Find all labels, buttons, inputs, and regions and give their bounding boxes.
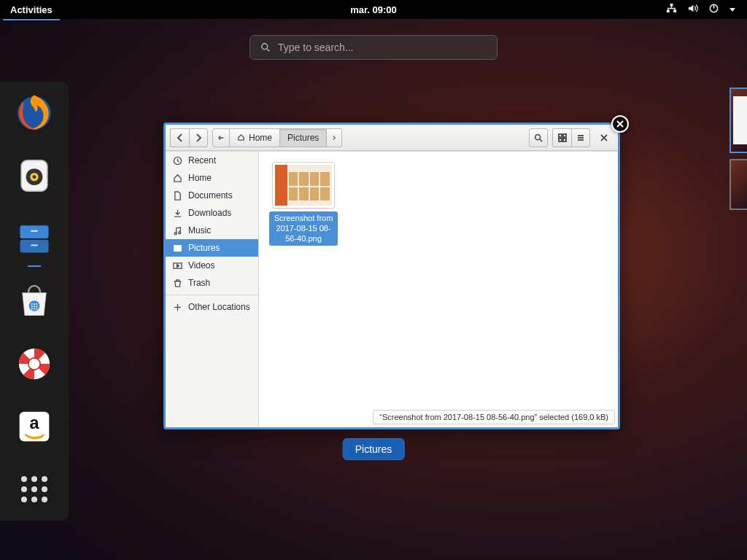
clock[interactable]: mar. 09:00 — [350, 4, 397, 15]
path-current-button[interactable]: Pictures — [280, 128, 327, 147]
svg-point-21 — [34, 306, 35, 307]
svg-point-41 — [179, 231, 181, 233]
svg-rect-1 — [673, 9, 676, 12]
path-home-label: Home — [249, 133, 272, 143]
sidebar-label: Recent — [188, 155, 216, 166]
svg-point-43 — [177, 246, 179, 249]
sidebar-label: Downloads — [188, 208, 231, 218]
workspace-switcher[interactable] — [729, 88, 747, 210]
chevron-down-icon[interactable] — [729, 8, 735, 12]
svg-point-11 — [33, 175, 36, 179]
svg-rect-0 — [667, 9, 670, 12]
workspace-thumb-2[interactable] — [729, 159, 747, 210]
path-home-button[interactable]: Home — [230, 128, 280, 147]
svg-point-27 — [28, 358, 40, 370]
svg-point-30 — [535, 134, 541, 139]
svg-point-23 — [31, 308, 33, 310]
app-amazon[interactable]: a — [13, 405, 55, 448]
svg-point-40 — [174, 232, 177, 234]
window-title-pill: Pictures — [343, 438, 405, 460]
lifebuoy-icon — [15, 345, 53, 383]
sidebar-label: Documents — [188, 190, 233, 201]
apps-grid-icon — [21, 476, 47, 502]
svg-point-19 — [36, 303, 37, 305]
file-item[interactable]: Screenshot from 2017-08-15 08-56-40.png — [269, 162, 338, 246]
files-window: Home Pictures Recent — [163, 122, 620, 429]
sidebar-label: Home — [188, 173, 212, 183]
dash: a — [0, 82, 69, 521]
svg-point-25 — [36, 308, 37, 310]
network-icon[interactable] — [666, 3, 677, 16]
svg-point-22 — [36, 306, 37, 307]
svg-rect-33 — [563, 134, 566, 137]
places-sidebar: Recent Home Documents Downloads Music Pi… — [166, 152, 259, 427]
svg-rect-15 — [31, 244, 38, 246]
activities-button[interactable]: Activities — [0, 0, 63, 19]
window-close-badge[interactable] — [611, 115, 629, 133]
svg-rect-32 — [559, 134, 562, 137]
system-tray[interactable] — [666, 3, 747, 16]
volume-icon[interactable] — [687, 3, 698, 16]
search-input[interactable] — [278, 42, 487, 53]
app-help[interactable] — [13, 343, 55, 385]
svg-rect-34 — [559, 139, 562, 141]
svg-rect-2 — [670, 4, 673, 7]
nav-buttons — [170, 128, 208, 147]
sidebar-label: Music — [188, 225, 211, 236]
svg-point-17 — [31, 303, 33, 305]
shopping-bag-icon — [15, 282, 53, 320]
path-root-button[interactable] — [212, 128, 230, 147]
file-thumbnail — [272, 162, 335, 209]
files-headerbar: Home Pictures — [166, 125, 618, 151]
app-rhythmbox[interactable] — [13, 155, 55, 197]
show-applications-button[interactable] — [13, 468, 55, 510]
sidebar-recent[interactable]: Recent — [166, 152, 258, 169]
workspace-thumb-1[interactable] — [729, 88, 747, 153]
app-software[interactable] — [13, 280, 55, 322]
sidebar-label: Trash — [188, 278, 210, 288]
svg-text:a: a — [29, 413, 39, 432]
file-name: Screenshot from 2017-08-15 08-56-40.png — [269, 211, 338, 246]
svg-point-24 — [34, 308, 35, 310]
files-content[interactable]: Screenshot from 2017-08-15 08-56-40.png … — [259, 152, 618, 427]
view-grid-button[interactable] — [552, 128, 571, 147]
sidebar-documents[interactable]: Documents — [166, 187, 258, 204]
forward-button[interactable] — [189, 128, 208, 147]
search-icon — [260, 42, 271, 52]
sidebar-label: Videos — [188, 260, 214, 271]
sidebar-label: Pictures — [188, 243, 220, 253]
svg-line-31 — [540, 139, 542, 141]
pathbar: Home Pictures — [212, 128, 342, 147]
sidebar-trash[interactable]: Trash — [166, 274, 258, 292]
sidebar-other-locations[interactable]: Other Locations — [166, 298, 258, 316]
svg-point-20 — [31, 306, 33, 307]
svg-point-18 — [34, 303, 35, 305]
firefox-icon — [14, 93, 55, 133]
top-bar: Activities mar. 09:00 — [0, 0, 747, 19]
sidebar-downloads[interactable]: Downloads — [166, 204, 258, 222]
sidebar-videos[interactable]: Videos — [166, 257, 258, 274]
window-close-button[interactable] — [595, 131, 614, 145]
power-icon[interactable] — [708, 3, 719, 16]
close-icon — [616, 120, 624, 128]
svg-rect-14 — [31, 230, 38, 232]
search-button[interactable] — [529, 128, 548, 147]
files-body: Recent Home Documents Downloads Music Pi… — [166, 151, 618, 427]
path-current-label: Pictures — [287, 133, 319, 143]
sidebar-label: Other Locations — [188, 302, 250, 312]
svg-rect-35 — [563, 139, 566, 141]
overview-search[interactable] — [249, 35, 498, 60]
view-list-button[interactable] — [571, 128, 590, 147]
path-overflow-button[interactable] — [327, 128, 342, 147]
app-files[interactable] — [13, 217, 55, 260]
app-firefox[interactable] — [13, 92, 55, 134]
svg-line-6 — [267, 49, 269, 51]
status-bar: “Screenshot from 2017-08-15 08-56-40.png… — [373, 410, 615, 424]
sidebar-music[interactable]: Music — [166, 222, 258, 239]
back-button[interactable] — [170, 128, 189, 147]
speaker-icon — [15, 157, 53, 195]
sidebar-home[interactable]: Home — [166, 169, 258, 187]
files-icon — [15, 219, 53, 257]
view-buttons — [552, 128, 590, 147]
sidebar-pictures[interactable]: Pictures — [166, 239, 258, 257]
